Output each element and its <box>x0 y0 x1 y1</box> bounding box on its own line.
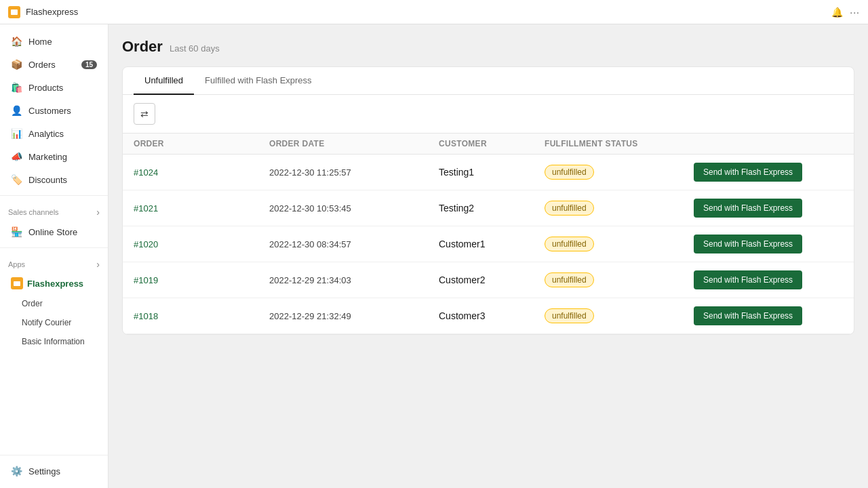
action-cell: Send with Flash Express <box>694 163 843 182</box>
sidebar-item-customers[interactable]: 👤 Customers <box>3 100 105 121</box>
online-store-icon: 🏪 <box>11 226 22 237</box>
action-cell: Send with Flash Express <box>694 306 843 325</box>
send-flash-express-button[interactable]: Send with Flash Express <box>694 270 802 289</box>
sub-order-label: Order <box>22 299 43 308</box>
sidebar: 🏠 Home 📦 Orders 15 🛍️ Products 👤 Custome… <box>0 24 108 488</box>
sidebar-item-home[interactable]: 🏠 Home <box>3 30 105 52</box>
status-badge: unfulfilled <box>545 201 594 216</box>
settings-icon: ⚙️ <box>11 466 22 476</box>
sidebar-item-label: Discounts <box>28 175 67 185</box>
status-badge: unfulfilled <box>545 237 594 251</box>
header-date: Order Date <box>269 139 439 148</box>
status-cell: unfulfilled <box>545 272 694 287</box>
order-cell: #1021 <box>134 202 269 214</box>
main-content: Order Last 60 days Unfulfilled Fulfilled… <box>108 24 868 488</box>
page-header: Order Last 60 days <box>122 38 854 56</box>
sidebar-item-analytics[interactable]: 📊 Analytics <box>3 123 105 144</box>
action-cell: Send with Flash Express <box>694 235 843 253</box>
settings-label: Settings <box>28 466 60 476</box>
header-status: Fulfillment status <box>545 139 694 148</box>
sidebar-item-online-store[interactable]: 🏪 Online Store <box>3 221 105 243</box>
sidebar-item-label: Analytics <box>28 129 64 139</box>
customer-cell: Customer3 <box>439 310 545 321</box>
products-icon: 🛍️ <box>11 82 22 93</box>
table-rows: #1024 2022-12-30 11:25:57 Testing1 unful… <box>123 155 854 334</box>
more-options-icon[interactable]: ··· <box>850 7 860 18</box>
sidebar-item-label: Home <box>28 37 52 47</box>
sidebar-app-flashexpress[interactable]: Flashexpress <box>3 273 105 293</box>
divider-2 <box>0 247 108 248</box>
customers-icon: 👤 <box>11 105 22 116</box>
order-cell: #1024 <box>134 166 269 178</box>
date-cell: 2022-12-30 08:34:57 <box>269 239 439 249</box>
tab-fulfilled[interactable]: Fulfilled with Flash Express <box>194 67 323 95</box>
order-link[interactable]: #1020 <box>134 239 158 249</box>
marketing-icon: 📣 <box>11 151 22 162</box>
divider-1 <box>0 195 108 196</box>
sidebar-item-settings[interactable]: ⚙️ Settings <box>3 460 105 482</box>
toolbar: ⇄ <box>123 95 854 133</box>
sidebar-sub-basic-info[interactable]: Basic Information <box>3 333 105 350</box>
orders-icon: 📦 <box>11 59 22 70</box>
table-row: #1018 2022-12-29 21:32:49 Customer3 unfu… <box>123 298 854 334</box>
sub-notify-courier-label: Notify Courier <box>22 318 71 327</box>
sidebar-item-label: Products <box>28 83 63 93</box>
flashexpress-app-icon <box>11 277 23 289</box>
sidebar-sub-notify-courier[interactable]: Notify Courier <box>3 314 105 331</box>
table-header: Order Order Date Customer Fulfillment st… <box>123 133 854 155</box>
titlebar-left: Flashexpress <box>8 6 78 18</box>
status-badge: unfulfilled <box>545 308 594 323</box>
customer-cell: Testing1 <box>439 167 545 178</box>
sidebar-item-label: Marketing <box>28 152 67 162</box>
order-link[interactable]: #1019 <box>134 275 158 285</box>
orders-badge: 15 <box>81 60 97 69</box>
sidebar-item-orders[interactable]: 📦 Orders 15 <box>3 54 105 75</box>
date-cell: 2022-12-29 21:34:03 <box>269 275 439 285</box>
tab-unfulfilled[interactable]: Unfulfilled <box>134 67 194 95</box>
titlebar: Flashexpress 🔔 ··· <box>0 0 868 24</box>
status-badge: unfulfilled <box>545 165 594 180</box>
status-cell: unfulfilled <box>545 237 694 251</box>
titlebar-right: 🔔 ··· <box>831 7 860 18</box>
customer-cell: Testing2 <box>439 203 545 214</box>
main-layout: 🏠 Home 📦 Orders 15 🛍️ Products 👤 Custome… <box>0 24 868 488</box>
tabs-bar: Unfulfilled Fulfilled with Flash Express <box>123 67 854 95</box>
send-flash-express-button[interactable]: Send with Flash Express <box>694 235 802 253</box>
order-link[interactable]: #1018 <box>134 311 158 321</box>
titlebar-app-name: Flashexpress <box>26 7 78 17</box>
divider-3 <box>0 455 108 455</box>
orders-table: Order Order Date Customer Fulfillment st… <box>123 133 854 334</box>
status-cell: unfulfilled <box>545 308 694 323</box>
sidebar-item-products[interactable]: 🛍️ Products <box>3 77 105 98</box>
send-flash-express-button[interactable]: Send with Flash Express <box>694 199 802 218</box>
order-cell: #1020 <box>134 238 269 250</box>
order-link[interactable]: #1024 <box>134 167 158 178</box>
sidebar-item-discounts[interactable]: 🏷️ Discounts <box>3 169 105 190</box>
order-link[interactable]: #1021 <box>134 203 158 214</box>
orders-card: Unfulfilled Fulfilled with Flash Express… <box>122 66 854 335</box>
apps-section: Apps › <box>0 252 108 272</box>
header-customer: Customer <box>439 139 545 148</box>
sidebar-item-marketing[interactable]: 📣 Marketing <box>3 146 105 167</box>
table-row: #1021 2022-12-30 10:53:45 Testing2 unful… <box>123 190 854 226</box>
home-icon: 🏠 <box>11 36 22 47</box>
sidebar-item-label: Orders <box>28 60 56 70</box>
customer-cell: Customer1 <box>439 239 545 249</box>
page-title: Order <box>122 38 163 56</box>
table-row: #1019 2022-12-29 21:34:03 Customer2 unfu… <box>123 262 854 298</box>
sidebar-sub-order[interactable]: Order <box>3 295 105 312</box>
send-flash-express-button[interactable]: Send with Flash Express <box>694 163 802 182</box>
order-cell: #1018 <box>134 310 269 322</box>
table-row: #1024 2022-12-30 11:25:57 Testing1 unful… <box>123 155 854 190</box>
send-flash-express-button[interactable]: Send with Flash Express <box>694 306 802 325</box>
date-cell: 2022-12-30 11:25:57 <box>269 167 439 178</box>
status-badge: unfulfilled <box>545 272 594 287</box>
app-label: Flashexpress <box>27 279 83 289</box>
bell-icon[interactable]: 🔔 <box>831 7 843 18</box>
app-icon <box>8 6 20 18</box>
status-cell: unfulfilled <box>545 201 694 216</box>
date-cell: 2022-12-29 21:32:49 <box>269 311 439 321</box>
sales-channels-section: Sales channels › <box>0 200 108 220</box>
refresh-button[interactable]: ⇄ <box>134 103 155 125</box>
header-action <box>694 139 843 148</box>
